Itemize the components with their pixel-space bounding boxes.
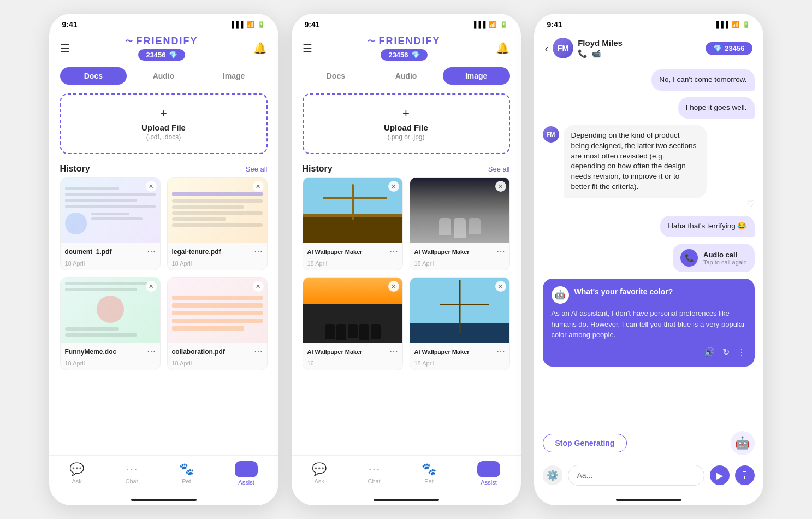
refresh-icon-3[interactable]: ↻ [722,346,730,359]
bottom-nav-2: 💬 Ask ⋯ Chat 🐾 Pet ⊞+ Assist [292,455,521,494]
stop-generating-button[interactable]: Stop Generating [543,434,627,452]
file-more-2[interactable]: ⋯ [147,346,156,357]
doc-line [65,193,156,196]
file-more-1[interactable]: ⋯ [254,246,263,257]
tab-docs-1[interactable]: Docs [60,67,127,85]
img-date-3: 18 April [410,360,509,370]
diamond-icon-3: 💎 [713,44,722,52]
nav-assist-2[interactable]: ⊞+ Assist [477,461,500,486]
img-date-1: 18 April [410,260,509,270]
home-bar-3 [534,494,763,505]
doc-line [65,333,138,337]
msg-1: I hope it goes well. [678,97,755,119]
history-header-1: History See all [49,160,278,177]
nav-assist-label-1: Assist [238,479,254,486]
nav-ask-label-2: Ask [314,478,324,485]
chat-points-3[interactable]: 💎 23456 [706,42,752,55]
file-name-2: FunnyMeme.doc [65,348,117,356]
img-more-3[interactable]: ⋯ [496,346,505,357]
tab-image-1[interactable]: Image [200,67,268,85]
nav-chat-1[interactable]: ⋯ Chat [125,462,138,485]
heart-icon-3[interactable]: ♡ [564,199,755,209]
back-button-3[interactable]: ‹ [545,42,549,55]
points-badge-1[interactable]: 23456 💎 [138,49,185,61]
file-card-0: ✕ doument_1.pdf ⋯ [60,177,161,270]
nav-chat-2[interactable]: ⋯ Chat [368,462,380,485]
volume-icon-3[interactable]: 🔊 [704,346,715,359]
battery-icon-3: 🔋 [742,21,750,28]
nav-pet-2[interactable]: 🐾 Pet [422,462,436,485]
wave-icon-2: 〜 [368,37,376,46]
phone-icon-3[interactable]: 📞 [578,49,587,58]
file-more-0[interactable]: ⋯ [147,246,156,257]
upload-label-2: Upload File [316,123,497,132]
img-close-1[interactable]: ✕ [495,181,506,192]
img-preview-1: ✕ [410,178,509,243]
nav-pet-label-2: Pet [424,478,434,485]
points-badge-2[interactable]: 23456 💎 [381,49,427,61]
video-icon-3[interactable]: 📹 [591,49,601,58]
doc-line [65,288,138,291]
ai-actions-3: 🔊 ↻ ⋮ [552,346,746,359]
img-more-2[interactable]: ⋯ [389,346,398,357]
file-more-3[interactable]: ⋯ [254,346,263,357]
img-info-0: AI Wallpaper Maker ⋯ [303,243,402,260]
nav-pet-1[interactable]: 🐾 Pet [179,462,194,485]
tab-image-2[interactable]: Image [443,67,510,85]
upload-area-1[interactable]: + Upload File (.pdf, .docs) [60,93,268,154]
audio-call-bubble-3[interactable]: 📞 Audio call Tap to call again [673,244,755,272]
img-close-2[interactable]: ✕ [388,281,399,292]
doc-line [65,187,120,190]
tab-docs-2[interactable]: Docs [303,67,370,85]
chat-input-3[interactable] [568,465,704,486]
file-close-0[interactable]: ✕ [146,181,157,192]
img-more-1[interactable]: ⋯ [496,246,505,257]
nav-assist-1[interactable]: ⊞+ Assist [235,461,258,486]
img-card-2: ✕ AI Wallpaper Maker ⋯ 16 [303,277,403,370]
img-label-3: AI Wallpaper Maker [414,349,470,355]
file-name-1: legal-tenure.pdf [172,248,221,256]
history-header-2: History See all [292,160,521,177]
tab-audio-1[interactable]: Audio [130,67,197,85]
msg-2: Depending on the kind of product being d… [564,125,707,198]
file-close-3[interactable]: ✕ [253,281,264,292]
menu-icon-1[interactable]: ☰ [60,42,70,55]
mic-button-3[interactable]: 🎙 [735,465,755,485]
file-info-1: legal-tenure.pdf ⋯ [168,243,267,260]
file-info-0: doument_1.pdf ⋯ [61,243,160,260]
img-close-0[interactable]: ✕ [388,181,399,192]
see-all-1[interactable]: See all [246,165,268,173]
history-title-1: History [60,164,90,174]
file-date-0: 18 April [61,260,160,270]
nav-ask-1[interactable]: 💬 Ask [69,462,84,485]
menu-icon-2[interactable]: ☰ [303,42,312,55]
file-close-2[interactable]: ✕ [146,281,157,292]
nav-pet-label-1: Pet [182,478,191,485]
home-indicator-2 [374,499,439,501]
upload-hint-2: (.png or .jpg) [316,133,497,141]
tab-audio-2[interactable]: Audio [372,67,440,85]
upload-hint-1: (.pdf, .docs) [73,133,254,141]
img-close-3[interactable]: ✕ [495,281,506,292]
status-icons-1: ▐▐▐ 📶 🔋 [229,21,265,28]
more-icon-3[interactable]: ⋮ [737,346,746,359]
bell-icon-2[interactable]: 🔔 [496,42,509,55]
send-button-3[interactable]: ▶ [710,465,730,485]
ai-question-3: What's your favorite color? [574,286,673,298]
see-all-2[interactable]: See all [488,165,510,173]
phone-2: 9:41 ▐▐▐ 📶 🔋 ☰ 〜 FRIENDIFY 23456 💎 🔔 Doc… [292,14,521,505]
doc-line [65,327,120,331]
nav-ask-2[interactable]: 💬 Ask [312,462,327,485]
battery-icon-2: 🔋 [500,21,508,28]
nav-chat-label-1: Chat [125,478,138,485]
file-close-1[interactable]: ✕ [253,181,264,192]
upload-area-2[interactable]: + Upload File (.png or .jpg) [303,93,510,154]
bell-icon-1[interactable]: 🔔 [253,42,267,55]
doc-line [172,211,263,215]
img-label-2: AI Wallpaper Maker [307,349,363,355]
time-3: 9:41 [547,20,562,29]
nav-ask-label-1: Ask [72,478,81,485]
doc-line [65,199,138,202]
img-more-0[interactable]: ⋯ [389,246,398,257]
gear-button-3[interactable]: ⚙️ [543,465,562,485]
